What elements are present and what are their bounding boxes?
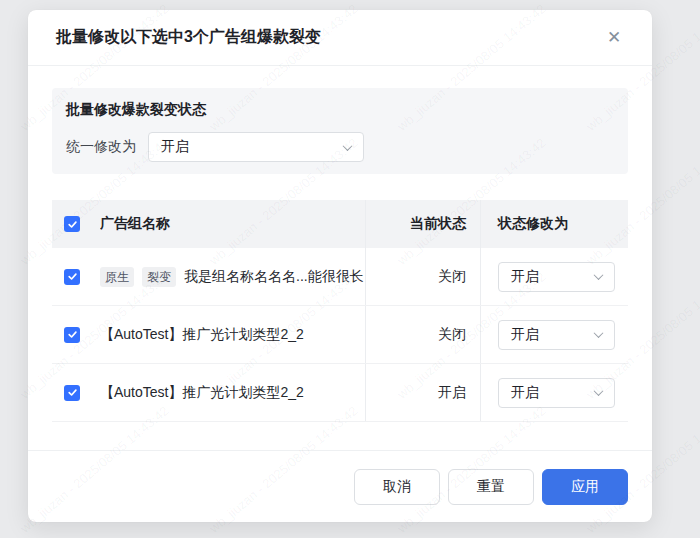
chevron-down-icon <box>343 141 353 151</box>
column-header-current-status: 当前状态 <box>365 200 480 248</box>
column-header-name: 广告组名称 <box>100 200 365 248</box>
dialog-title: 批量修改以下选中3个广告组爆款裂变 <box>56 27 321 48</box>
column-header-change-to: 状态修改为 <box>480 200 628 248</box>
check-icon <box>67 329 78 340</box>
tag-fission: 裂变 <box>142 267 176 287</box>
ad-group-name-cell: 【AutoTest】推广光计划类型2_2 <box>100 364 365 421</box>
unified-status-select-value: 开启 <box>161 138 189 156</box>
row-status-select[interactable]: 开启 <box>498 378 615 408</box>
table-header-row: 广告组名称 当前状态 状态修改为 <box>52 200 628 248</box>
table-row: 【AutoTest】推广光计划类型2_2 开启 开启 <box>52 364 628 422</box>
batch-edit-dialog: 批量修改以下选中3个广告组爆款裂变 ✕ 批量修改爆款裂变状态 统一修改为 开启 … <box>28 10 652 522</box>
table-row: 【AutoTest】推广光计划类型2_2 关闭 开启 <box>52 306 628 364</box>
reset-button[interactable]: 重置 <box>448 469 534 505</box>
tag-native: 原生 <box>100 267 134 287</box>
row-status-select-value: 开启 <box>511 268 539 286</box>
row-checkbox-cell <box>52 248 100 305</box>
table-row: 原生 裂变 我是组名称名名名...能很很长 关闭 开启 <box>52 248 628 306</box>
unify-row: 统一修改为 开启 <box>66 132 614 162</box>
change-to-cell: 开启 <box>480 364 628 421</box>
row-checkbox-cell <box>52 364 100 421</box>
close-icon[interactable]: ✕ <box>604 28 624 48</box>
ad-group-name: 【AutoTest】推广光计划类型2_2 <box>100 326 304 344</box>
unify-label: 统一修改为 <box>66 138 136 156</box>
row-checkbox[interactable] <box>64 385 80 401</box>
header-checkbox-cell <box>52 200 100 248</box>
row-checkbox-cell <box>52 306 100 363</box>
ad-group-name: 我是组名称名名名...能很很长 <box>184 268 364 286</box>
panel-heading: 批量修改爆款裂变状态 <box>66 101 614 119</box>
current-status: 开启 <box>365 364 480 421</box>
check-icon <box>67 219 78 230</box>
ad-group-name-cell: 【AutoTest】推广光计划类型2_2 <box>100 306 365 363</box>
dialog-footer: 取消 重置 应用 <box>28 450 652 522</box>
chevron-down-icon <box>594 328 604 338</box>
dialog-header: 批量修改以下选中3个广告组爆款裂变 ✕ <box>28 10 652 66</box>
ad-group-name: 【AutoTest】推广光计划类型2_2 <box>100 384 304 402</box>
chevron-down-icon <box>594 270 604 280</box>
current-status: 关闭 <box>365 306 480 363</box>
row-status-select[interactable]: 开启 <box>498 262 615 292</box>
check-icon <box>67 271 78 282</box>
current-status: 关闭 <box>365 248 480 305</box>
change-to-cell: 开启 <box>480 306 628 363</box>
cancel-button[interactable]: 取消 <box>354 469 440 505</box>
check-icon <box>67 387 78 398</box>
row-status-select-value: 开启 <box>511 326 539 344</box>
ad-group-name-cell: 原生 裂变 我是组名称名名名...能很很长 <box>100 248 365 305</box>
ad-group-table: 广告组名称 当前状态 状态修改为 原生 裂变 我是组名称名名名...能很很长 关… <box>52 200 628 422</box>
row-status-select-value: 开启 <box>511 384 539 402</box>
dialog-body-spacer <box>28 422 652 450</box>
row-status-select[interactable]: 开启 <box>498 320 615 350</box>
change-to-cell: 开启 <box>480 248 628 305</box>
row-checkbox[interactable] <box>64 327 80 343</box>
apply-button[interactable]: 应用 <box>542 469 628 505</box>
unified-status-panel: 批量修改爆款裂变状态 统一修改为 开启 <box>52 88 628 174</box>
unified-status-select[interactable]: 开启 <box>148 132 364 162</box>
chevron-down-icon <box>594 386 604 396</box>
row-checkbox[interactable] <box>64 269 80 285</box>
select-all-checkbox[interactable] <box>64 216 80 232</box>
